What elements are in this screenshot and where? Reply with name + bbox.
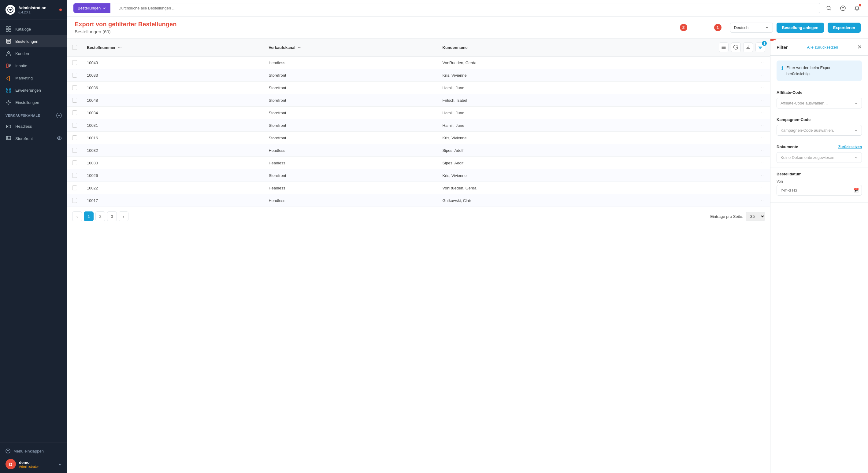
documents-reset-link[interactable]: Zurücksetzen [838, 145, 862, 149]
row-checkbox[interactable] [72, 60, 77, 65]
svg-rect-11 [9, 91, 11, 92]
sidebar-item-marketing[interactable]: Marketing [0, 72, 67, 84]
eye-icon [57, 136, 62, 141]
export-button[interactable]: Exportieren [828, 23, 861, 33]
cell-kundenname: Gutkowski, Clair ··· [438, 194, 770, 207]
page-title-text: Bestellungen [74, 29, 101, 34]
cell-kundenname: Hamill, June ··· [438, 107, 770, 119]
sidebar-item-kataloge[interactable]: Kataloge [0, 23, 67, 35]
filter-close-button[interactable]: ✕ [857, 44, 862, 50]
annotation-label-2: 2 [680, 24, 687, 31]
row-checkbox[interactable] [72, 73, 77, 78]
page-2-button[interactable]: 2 [95, 211, 105, 221]
row-options-button[interactable]: ··· [760, 185, 765, 191]
affiliate-code-select[interactable]: Affiliate-Code auswählen... [777, 98, 862, 108]
calendar-icon: 📅 [854, 188, 859, 193]
row-checkbox[interactable] [72, 110, 77, 115]
sidebar-item-label: Kunden [15, 51, 29, 56]
row-checkbox[interactable] [72, 135, 77, 140]
row-checkbox[interactable] [72, 198, 77, 203]
select-all-checkbox[interactable] [72, 45, 77, 50]
add-sales-channel-button[interactable]: + [56, 113, 62, 118]
export-annotation-title: Export von gefilterter Bestellungen [74, 21, 177, 28]
filter-button[interactable]: 1 [755, 42, 765, 52]
sidebar-item-inhalte[interactable]: Inhalte [0, 60, 67, 72]
prev-page-button[interactable]: ‹ [72, 211, 82, 221]
filter-info-box: ℹ Filter werden beim Export berücksichti… [777, 61, 862, 81]
sidebar-item-label: Bestellungen [15, 39, 38, 44]
row-options-button[interactable]: ··· [760, 173, 765, 178]
campaign-code-select[interactable]: Kampagnen-Code auswählen. [777, 125, 862, 136]
page-1-button[interactable]: 1 [84, 211, 94, 221]
row-checkbox[interactable] [72, 161, 77, 165]
row-checkbox[interactable] [72, 148, 77, 153]
column-options-icon[interactable]: ··· [298, 45, 302, 50]
sidebar-nav: Kataloge Bestellungen Kunden [0, 20, 67, 442]
per-page-dropdown[interactable]: 25 50 100 [746, 212, 765, 221]
row-options-button[interactable]: ··· [760, 147, 765, 153]
page-3-button[interactable]: 3 [107, 211, 117, 221]
sidebar-item-erweiterungen[interactable]: Erweiterungen [0, 84, 67, 96]
notification-icon[interactable] [852, 3, 862, 13]
row-options-button[interactable]: ··· [760, 110, 765, 115]
column-options-icon[interactable]: ··· [118, 45, 122, 50]
per-page-select: Einträge pro Seite: 25 50 100 [710, 212, 765, 221]
row-options-button[interactable]: ··· [760, 85, 765, 91]
sales-channels-label: Verkaufskanäle [5, 114, 40, 117]
refresh-button[interactable] [731, 42, 741, 52]
next-page-button[interactable]: › [119, 211, 128, 221]
sidebar-item-kunden[interactable]: Kunden [0, 47, 67, 60]
orders-table: Bestellnummer ··· Verkaufskanal ··· [67, 39, 770, 207]
row-options-button[interactable]: ··· [760, 60, 765, 65]
help-icon[interactable] [838, 3, 848, 13]
user-info-row[interactable]: D demo Administrator ▲ [5, 456, 62, 469]
row-options-button[interactable]: ··· [760, 135, 765, 141]
language-select[interactable]: Deutsch [730, 23, 773, 33]
chevron-down-icon [102, 6, 106, 10]
page-title: Bestellungen (60) [74, 29, 177, 34]
date-from-input[interactable] [777, 185, 862, 196]
row-checkbox[interactable] [72, 123, 77, 128]
row-checkbox[interactable] [72, 173, 77, 178]
row-options-button[interactable]: ··· [760, 72, 765, 78]
date-from-label: Von [777, 179, 862, 183]
search-category-dropdown[interactable]: Bestellungen [73, 3, 111, 13]
pagination: ‹ 1 2 3 › Einträge pro Seite: 25 50 100 [67, 207, 770, 226]
affiliate-code-label: Affiliate-Code [777, 90, 862, 95]
row-options-button[interactable]: ··· [760, 123, 765, 128]
sidebar-item-headless[interactable]: Headless [0, 120, 67, 132]
svg-point-14 [7, 126, 8, 127]
cell-verkaufskanal: Storefront [264, 81, 437, 94]
table-row: 10022 Headless VonRueden, Gerda ··· [67, 182, 770, 194]
row-options-button[interactable]: ··· [760, 98, 765, 103]
row-options-button[interactable]: ··· [760, 160, 765, 166]
row-checkbox[interactable] [72, 85, 77, 90]
svg-point-20 [843, 9, 843, 10]
user-details: demo Administrator [19, 460, 55, 468]
list-view-button[interactable] [719, 42, 728, 52]
cell-verkaufskanal: Storefront [264, 107, 437, 119]
sidebar-item-bestellungen[interactable]: Bestellungen [0, 35, 67, 47]
extensions-icon [5, 87, 11, 93]
headless-icon [5, 123, 11, 129]
row-checkbox[interactable] [72, 98, 77, 103]
collapse-menu-button[interactable]: Menü einklappen [5, 446, 62, 456]
cell-bestellnummer: 10048 [82, 94, 264, 107]
topbar-icons [824, 3, 862, 13]
cell-kundenname: Fritsch, Isabel ··· [438, 94, 770, 106]
search-input[interactable] [118, 6, 816, 10]
documents-select[interactable]: Keine Dokumente zugewiesen [777, 152, 862, 163]
row-options-button[interactable]: ··· [760, 198, 765, 203]
search-icon[interactable] [824, 3, 834, 13]
cell-verkaufskanal: Headless [264, 182, 437, 194]
sidebar-item-storefront[interactable]: Storefront [0, 132, 67, 144]
grid-icon [5, 26, 11, 32]
row-checkbox[interactable] [72, 185, 77, 190]
cell-verkaufskanal: Storefront [264, 169, 437, 182]
sidebar-item-einstellungen[interactable]: Einstellungen [0, 96, 67, 108]
table-row: 10048 Storefront Fritsch, Isabel ··· [67, 94, 770, 107]
download-button[interactable] [743, 42, 753, 52]
filter-reset-all-link[interactable]: Alle zurücksetzen [807, 45, 838, 49]
new-order-button[interactable]: Bestellung anlegen [777, 23, 824, 33]
table-row: 10049 Headless VonRueden, Gerda ··· [67, 56, 770, 69]
